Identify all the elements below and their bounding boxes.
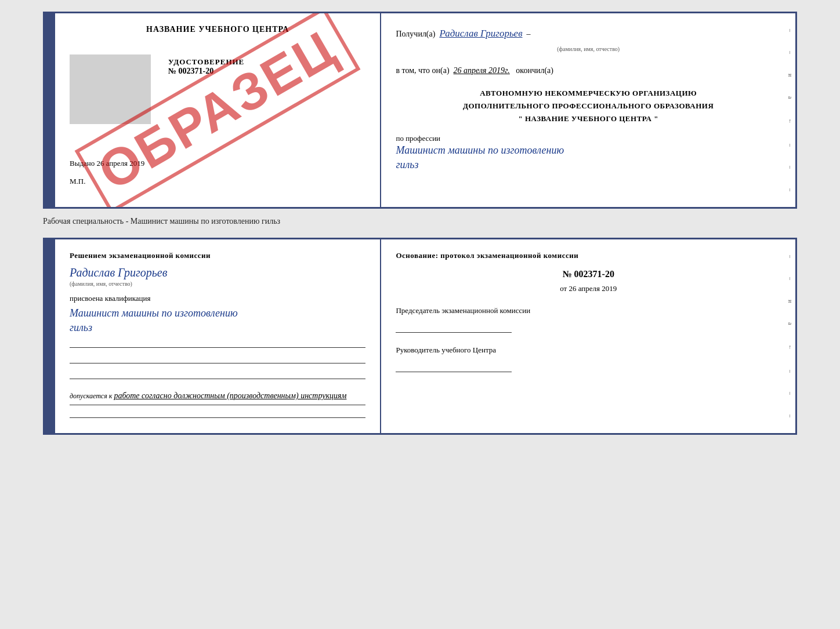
bottom-certificate-book: Решением экзаменационной комиссии Радисл… xyxy=(43,238,797,435)
right-page-bottom: Основание: протокол экзаменационной коми… xyxy=(381,239,795,433)
qualification-name-line2: гильз xyxy=(70,321,365,335)
edge-mark-8: – xyxy=(787,188,794,191)
underline-1 xyxy=(70,335,365,348)
protocol-date-value: 26 апреля 2019 xyxy=(569,284,617,293)
edge-mark-1: – xyxy=(787,29,794,32)
left-page-top: НАЗВАНИЕ УЧЕБНОГО ЦЕНТРА УДОСТОВЕРЕНИЕ №… xyxy=(55,13,381,207)
received-name: Радислав Григорьев xyxy=(439,28,522,39)
profession-block: по профессии Машинист машины по изготовл… xyxy=(396,134,781,172)
underline-3 xyxy=(70,366,365,379)
edge-mark-3: и xyxy=(787,74,794,77)
left-page-bottom: Решением экзаменационной комиссии Радисл… xyxy=(55,239,381,433)
right-edge-marks-bottom: – – и а ← – – – xyxy=(785,239,795,433)
top-certificate-book: НАЗВАНИЕ УЧЕБНОГО ЦЕНТРА УДОСТОВЕРЕНИЕ №… xyxy=(43,12,797,209)
org-block: АВТОНОМНУЮ НЕКОММЕРЧЕСКУЮ ОРГАНИЗАЦИЮ ДО… xyxy=(396,87,781,125)
director-label: Руководитель учебного Центра xyxy=(396,344,781,357)
date-suffix: окончил(а) xyxy=(516,66,553,75)
mp-label: М.П. xyxy=(70,177,365,186)
cert-details: УДОСТОВЕРЕНИЕ № 002371-20 xyxy=(168,52,244,76)
fio-hint-top: (фамилия, имя, отчество) xyxy=(396,44,781,54)
date-value: 26 апреля 2019г. xyxy=(454,66,510,75)
underline-2 xyxy=(70,351,365,363)
edge-mark-7: – xyxy=(787,166,794,169)
decision-header: Решением экзаменационной комиссии xyxy=(70,251,365,260)
chairman-label: Председатель экзаменационной комиссии xyxy=(396,305,781,317)
admission-text: допускается к работе согласно должностны… xyxy=(70,390,365,405)
cert-number: № 002371-20 xyxy=(168,67,244,76)
person-name-bottom: Радислав Григорьев xyxy=(70,266,365,279)
director-signature-line xyxy=(396,359,512,372)
qualification-name-line1: Машинист машины по изготовлению xyxy=(70,306,365,321)
received-label: Получил(а) xyxy=(396,30,435,38)
qualification-label: присвоена квалификация xyxy=(70,294,365,303)
profession-name-line2: гильз xyxy=(396,158,781,172)
issued-date-line: Выдано 26 апреля 2019 xyxy=(70,159,365,168)
profession-name-line1: Машинист машины по изготовлению xyxy=(396,143,781,158)
edge-mark-b3: и xyxy=(787,300,794,303)
profession-label: по профессии xyxy=(396,134,440,143)
director-block: Руководитель учебного Центра xyxy=(396,344,781,372)
underline-4 xyxy=(70,405,365,418)
issued-date-value: 26 апреля 2019 xyxy=(97,159,145,168)
edge-mark-4: а xyxy=(787,96,794,99)
date-prefix: в том, что он(а) xyxy=(396,66,449,75)
chairman-block: Председатель экзаменационной комиссии xyxy=(396,305,781,333)
protocol-number: № 002371-20 xyxy=(396,269,781,279)
book-spine-bottom xyxy=(45,239,55,433)
school-name-top: НАЗВАНИЕ УЧЕБНОГО ЦЕНТРА xyxy=(70,25,365,34)
edge-mark-b1: – xyxy=(787,255,794,258)
document-container: НАЗВАНИЕ УЧЕБНОГО ЦЕНТРА УДОСТОВЕРЕНИЕ №… xyxy=(43,12,797,435)
edge-mark-6: – xyxy=(787,144,794,147)
edge-mark-b7: – xyxy=(787,392,794,395)
date-line: в том, что он(а) 26 апреля 2019г. окончи… xyxy=(396,66,781,75)
certificate-photo-placeholder xyxy=(70,54,151,124)
basis-header: Основание: протокол экзаменационной коми… xyxy=(396,251,781,260)
org-line3: " НАЗВАНИЕ УЧЕБНОГО ЦЕНТРА " xyxy=(396,112,781,125)
fio-hint-bottom: (фамилия, имя, отчество) xyxy=(70,281,365,287)
edge-mark-b5: ← xyxy=(787,344,794,350)
chairman-signature-line xyxy=(396,320,512,333)
right-edge-marks: – – и а ← – – – xyxy=(785,13,795,207)
book-spine-top xyxy=(45,13,55,207)
right-page-top: Получил(а) Радислав Григорьев – (фамилия… xyxy=(381,13,795,207)
admission-work-text: работе согласно должностным (производств… xyxy=(114,391,346,400)
edge-mark-b6: – xyxy=(787,370,794,373)
edge-mark-b4: а xyxy=(787,322,794,325)
edge-mark-b8: – xyxy=(787,415,794,417)
edge-mark-2: – xyxy=(787,51,794,54)
admission-prefix: допускается к xyxy=(70,392,114,400)
edge-mark-5: ← xyxy=(787,118,794,124)
cert-title: УДОСТОВЕРЕНИЕ xyxy=(168,57,244,67)
edge-mark-b2: – xyxy=(787,277,794,280)
org-line2: ДОПОЛНИТЕЛЬНОГО ПРОФЕССИОНАЛЬНОГО ОБРАЗО… xyxy=(396,100,781,112)
received-line: Получил(а) Радислав Григорьев – (фамилия… xyxy=(396,25,781,54)
protocol-date-prefix: от xyxy=(560,284,567,293)
specialty-label: Рабочая специальность - Машинист машины … xyxy=(43,217,280,226)
issued-label: Выдано xyxy=(70,159,95,168)
protocol-date: от 26 апреля 2019 xyxy=(396,284,781,293)
org-line1: АВТОНОМНУЮ НЕКОММЕРЧЕСКУЮ ОРГАНИЗАЦИЮ xyxy=(396,87,781,100)
